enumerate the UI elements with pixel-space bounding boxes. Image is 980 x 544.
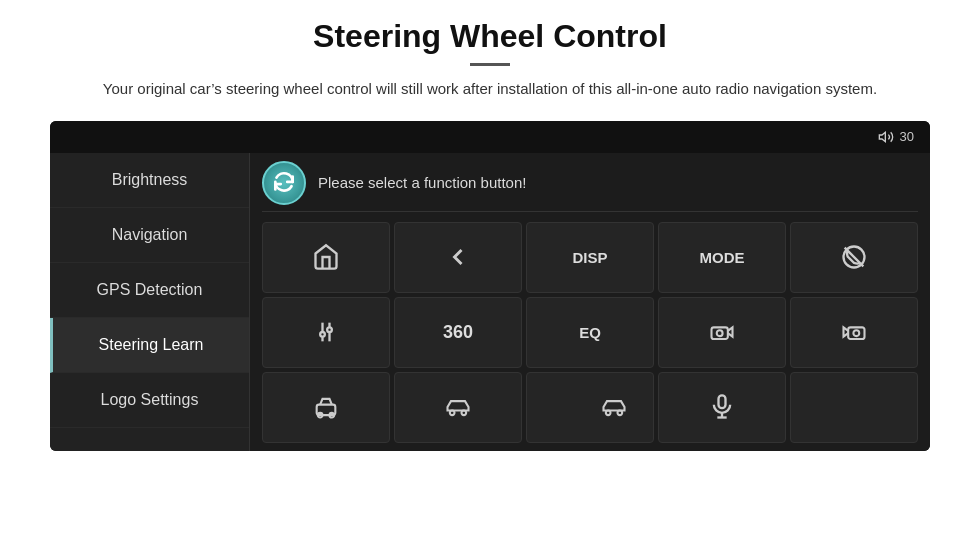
svg-point-5: [320, 332, 325, 337]
sync-button[interactable]: [262, 161, 306, 205]
svg-rect-11: [848, 327, 864, 339]
sidebar-item-label: Steering Learn: [99, 336, 204, 353]
grid-cell-car-side-left[interactable]: [394, 372, 522, 443]
prompt-text: Please select a function button!: [318, 174, 526, 191]
volume-indicator: 30: [878, 129, 914, 145]
grid-cell-EQ[interactable]: EQ: [526, 297, 654, 368]
sidebar-item-logo-settings[interactable]: Logo Settings: [50, 373, 249, 428]
grid-cell-no-call[interactable]: [790, 222, 918, 293]
svg-rect-20: [719, 395, 726, 408]
device-frame: 30 BrightnessNavigationGPS DetectionStee…: [50, 121, 930, 451]
grid-label-360: 360: [443, 322, 473, 343]
sidebar-item-label: Navigation: [112, 226, 188, 243]
device-body: BrightnessNavigationGPS DetectionSteerin…: [50, 153, 930, 451]
sidebar-item-label: Logo Settings: [101, 391, 199, 408]
grid-cell-home[interactable]: [262, 222, 390, 293]
button-grid: DISPMODE360EQ: [262, 222, 918, 443]
grid-cell-camera-left[interactable]: [658, 297, 786, 368]
grid-cell-microphone[interactable]: [658, 372, 786, 443]
svg-marker-0: [879, 132, 885, 141]
grid-cell-camera-right[interactable]: [790, 297, 918, 368]
title-divider: [470, 63, 510, 66]
grid-cell-car-front[interactable]: [262, 372, 390, 443]
main-content: Please select a function button! DISPMOD…: [250, 153, 930, 451]
svg-point-12: [853, 330, 859, 336]
grid-cell-equalizer[interactable]: [262, 297, 390, 368]
grid-cell-360[interactable]: 360: [394, 297, 522, 368]
grid-cell-empty: [790, 372, 918, 443]
grid-label-disp: DISP: [572, 249, 607, 266]
page-header: Steering Wheel Control Your original car…: [0, 0, 980, 111]
svg-point-17: [462, 411, 467, 416]
volume-value: 30: [900, 129, 914, 144]
sync-icon: [271, 170, 297, 196]
svg-point-19: [606, 411, 611, 416]
grid-cell-back[interactable]: [394, 222, 522, 293]
svg-point-10: [717, 330, 723, 336]
svg-point-18: [618, 411, 623, 416]
page-subtitle: Your original car’s steering wheel contr…: [100, 78, 880, 101]
sidebar-item-brightness[interactable]: Brightness: [50, 153, 249, 208]
svg-point-16: [450, 411, 455, 416]
volume-icon: [878, 129, 894, 145]
sidebar-item-label: GPS Detection: [97, 281, 203, 298]
sidebar: BrightnessNavigationGPS DetectionSteerin…: [50, 153, 250, 451]
top-row: Please select a function button!: [262, 161, 918, 212]
grid-cell-DISP[interactable]: DISP: [526, 222, 654, 293]
grid-cell-car-side-right[interactable]: [526, 372, 654, 443]
svg-point-8: [327, 327, 332, 332]
svg-rect-9: [712, 327, 728, 339]
grid-label-mode: MODE: [700, 249, 745, 266]
grid-cell-MODE[interactable]: MODE: [658, 222, 786, 293]
page-title: Steering Wheel Control: [60, 18, 920, 55]
grid-label-eq: EQ: [579, 324, 601, 341]
sidebar-item-label: Brightness: [112, 171, 188, 188]
sidebar-item-navigation[interactable]: Navigation: [50, 208, 249, 263]
sidebar-item-steering-learn[interactable]: Steering Learn: [50, 318, 249, 373]
device-top-bar: 30: [50, 121, 930, 153]
sidebar-item-gps-detection[interactable]: GPS Detection: [50, 263, 249, 318]
